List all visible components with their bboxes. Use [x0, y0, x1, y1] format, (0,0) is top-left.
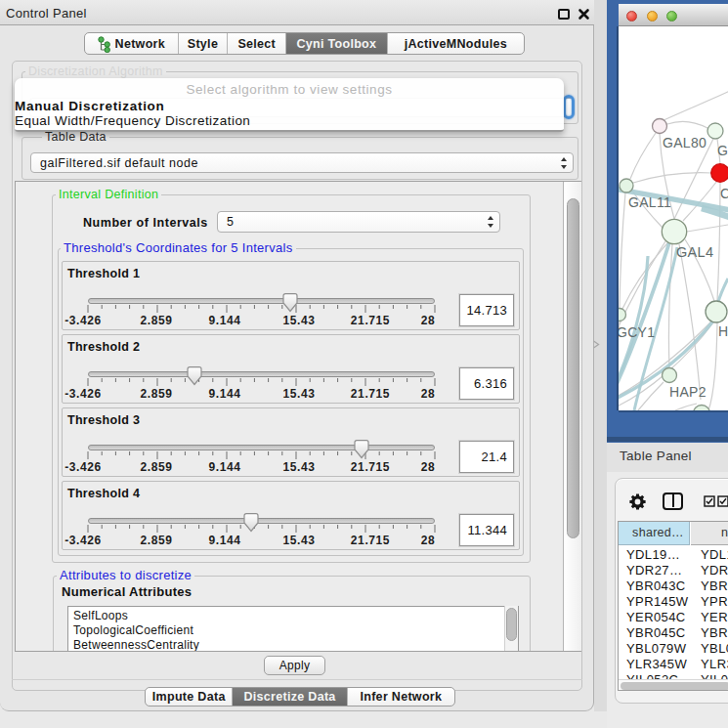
svg-text:GCY1: GCY1: [619, 324, 655, 340]
svg-text:GAL4: GAL4: [676, 244, 713, 260]
svg-text:GAL11: GAL11: [628, 194, 671, 210]
svg-text:GAL80: GAL80: [663, 135, 707, 150]
svg-text:H: H: [718, 323, 728, 339]
svg-text:GA: GA: [717, 143, 728, 158]
svg-text:CD: CD: [720, 186, 728, 201]
svg-text:HAP2: HAP2: [669, 384, 707, 400]
